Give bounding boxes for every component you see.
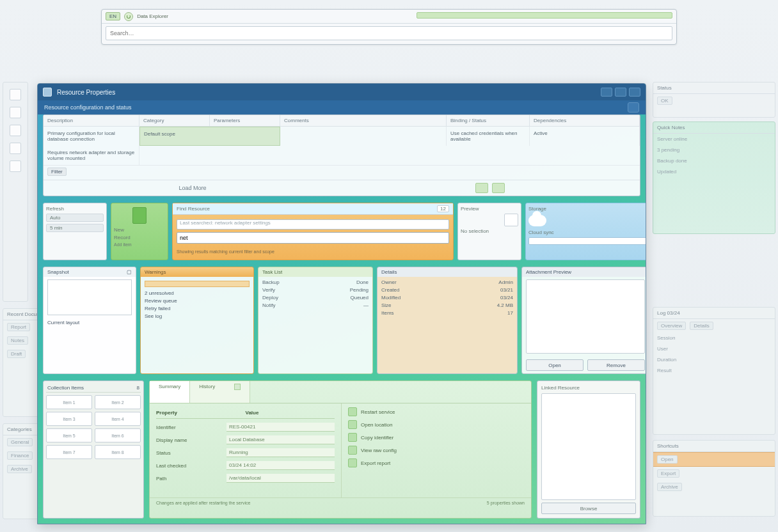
- grid-item[interactable]: Item 4: [95, 412, 141, 426]
- grid-item[interactable]: Item 8: [95, 445, 141, 459]
- field-label: Display name: [156, 437, 226, 443]
- filter-chip[interactable]: Filter: [47, 168, 67, 176]
- table-row[interactable]: Primary configuration for local database…: [44, 127, 640, 165]
- tool-icon[interactable]: [10, 89, 21, 100]
- shortcut[interactable]: Open: [657, 455, 678, 464]
- maximize-button[interactable]: [615, 88, 626, 97]
- remove-button[interactable]: Remove: [587, 359, 645, 371]
- new-record-card[interactable]: New Record Add item: [111, 203, 168, 260]
- label: New: [114, 227, 165, 233]
- load-more-label[interactable]: Load More: [179, 185, 206, 191]
- cloud-icon: [528, 215, 546, 226]
- col-header[interactable]: Comments: [280, 115, 447, 127]
- shortcut[interactable]: Archive: [657, 483, 682, 491]
- panel-title: Collection Items: [47, 385, 84, 391]
- card-title: Storage: [528, 206, 646, 212]
- list-item[interactable]: Archive: [7, 465, 32, 473]
- minimize-button[interactable]: [601, 88, 612, 97]
- col-header[interactable]: Binding / Status: [447, 115, 530, 127]
- list-item[interactable]: Report: [7, 323, 30, 331]
- option[interactable]: 5 min: [46, 224, 104, 232]
- card-title: Find Resource: [177, 206, 210, 212]
- linked-preview[interactable]: [541, 393, 636, 500]
- col-header[interactable]: Dependencies: [530, 115, 640, 127]
- panels-row: Snapshot▢ Current layout Warnings 2 unre…: [43, 267, 640, 374]
- print-icon[interactable]: [492, 183, 505, 193]
- grid-item[interactable]: Item 7: [46, 445, 92, 459]
- tool-icon[interactable]: [10, 143, 21, 154]
- address-input[interactable]: [106, 26, 672, 40]
- tool-icon[interactable]: [10, 125, 21, 136]
- field-value[interactable]: /var/data/local: [226, 474, 335, 483]
- prop-value: 4.2 MB: [497, 302, 513, 308]
- tab[interactable]: Details: [690, 322, 713, 330]
- refresh-icon[interactable]: [124, 12, 133, 21]
- result-count: 12: [437, 205, 449, 212]
- window-subtitle: Resource configuration and status: [44, 104, 132, 111]
- progress-strip: [417, 12, 672, 19]
- warning-item[interactable]: [145, 281, 250, 287]
- bg-log-panel: Log 03/24 OverviewDetails Session User D…: [653, 307, 775, 435]
- list-item[interactable]: 2 unresolved: [145, 290, 250, 296]
- preview-thumb[interactable]: [504, 214, 518, 226]
- grid-item[interactable]: Item 5: [46, 428, 92, 442]
- list-item[interactable]: Draft: [7, 350, 26, 358]
- field-value[interactable]: 03/24 14:02: [226, 461, 335, 470]
- main-window: Resource Properties Resource configurati…: [37, 83, 646, 524]
- prop-value: Admin: [498, 279, 513, 285]
- window-titlebar[interactable]: Resource Properties: [38, 84, 646, 100]
- col-header[interactable]: Description: [44, 115, 139, 127]
- list-item[interactable]: Review queue: [145, 298, 250, 304]
- tab-summary[interactable]: Summary: [150, 381, 190, 403]
- cell-deps: Requires network adapter and storage vol…: [44, 146, 139, 165]
- search-input[interactable]: [177, 232, 449, 244]
- field-value[interactable]: RES-00421: [226, 423, 335, 432]
- snapshot-preview[interactable]: [47, 279, 132, 315]
- grid-item[interactable]: Item 3: [46, 412, 92, 426]
- browse-button[interactable]: Browse: [541, 503, 636, 514]
- list-item[interactable]: Notes: [7, 336, 28, 345]
- tasks-panel: Task List BackupDone VerifyPending Deplo…: [258, 267, 373, 374]
- tool-icon[interactable]: [10, 107, 21, 118]
- field-value[interactable]: Running: [226, 448, 335, 457]
- sync-bar[interactable]: [528, 237, 646, 245]
- option[interactable]: Auto: [46, 214, 104, 222]
- action-item[interactable]: View raw config: [348, 446, 525, 455]
- label: Add item: [114, 242, 165, 247]
- col-header[interactable]: Parameters: [210, 115, 280, 127]
- pin-icon[interactable]: ▢: [127, 269, 132, 275]
- close-button[interactable]: [629, 88, 640, 97]
- locale-badge: EN: [106, 12, 120, 20]
- tab-indicator-icon: [234, 384, 241, 390]
- recent-search[interactable]: Last searched: network adapter settings: [177, 219, 449, 230]
- col-header[interactable]: Category: [139, 115, 210, 127]
- list-item[interactable]: Finance: [7, 451, 33, 460]
- preview-card: Preview No selection: [457, 203, 521, 260]
- open-button[interactable]: Open: [526, 359, 584, 371]
- shortcut[interactable]: Export: [657, 469, 679, 478]
- field-value[interactable]: Local Database: [226, 435, 335, 444]
- grid-item[interactable]: Item 2: [95, 395, 141, 409]
- grid-item[interactable]: Item 1: [46, 395, 92, 409]
- tool-icon[interactable]: [10, 160, 21, 172]
- count-label: 5 properties shown: [487, 501, 525, 515]
- panel-title: Task List: [262, 269, 282, 275]
- tab-history[interactable]: History: [190, 381, 250, 403]
- snapshot-panel: Snapshot▢ Current layout: [43, 267, 136, 374]
- list-item[interactable]: Retry failed: [145, 306, 250, 311]
- field-label: Identifier: [156, 425, 226, 430]
- tab[interactable]: Overview: [657, 322, 686, 330]
- help-button[interactable]: [628, 102, 639, 113]
- list-item[interactable]: General: [7, 438, 33, 446]
- attachment-preview[interactable]: [526, 279, 645, 354]
- top-bar-title: Data Explorer: [137, 13, 168, 19]
- list-item[interactable]: See log: [145, 313, 250, 319]
- action-item[interactable]: Restart service: [348, 407, 525, 416]
- panel-title: Linked Resource: [541, 385, 636, 391]
- storage-card: Storage Cloud sync: [525, 203, 646, 260]
- action-item[interactable]: Copy identifier: [348, 433, 525, 442]
- action-item[interactable]: Open location: [348, 420, 525, 429]
- grid-item[interactable]: Item 6: [95, 428, 141, 442]
- export-icon[interactable]: [475, 183, 488, 193]
- action-item[interactable]: Export report: [348, 458, 525, 467]
